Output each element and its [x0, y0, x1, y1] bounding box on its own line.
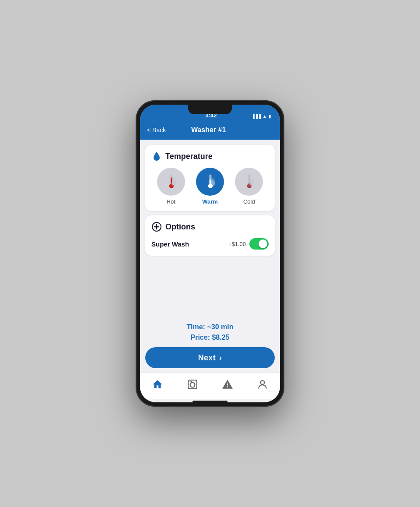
- option-super-wash-label: Super Wash: [151, 240, 189, 248]
- temp-option-warm[interactable]: Warm: [196, 168, 224, 205]
- time-price: Time: ~30 min Price: $8.25: [145, 322, 275, 343]
- tab-washer[interactable]: [180, 377, 205, 392]
- svg-point-17: [190, 381, 191, 382]
- nav-bar: < Back Washer #1: [140, 120, 280, 140]
- tab-alert[interactable]: [215, 377, 240, 392]
- phone-frame: 3:42 ▐▐▐ ▲ ▮ < Back Washer #1: [136, 100, 284, 407]
- temp-label-hot: Hot: [167, 198, 175, 205]
- options-card: Options Super Wash +$1.00: [145, 215, 275, 256]
- status-icons: ▐▐▐ ▲ ▮: [252, 114, 271, 119]
- next-button-label: Next: [198, 353, 216, 363]
- temp-option-hot[interactable]: Hot: [157, 168, 185, 205]
- toggle-knob: [259, 239, 267, 248]
- nav-title: Washer #1: [166, 126, 251, 134]
- temp-circle-hot: [157, 168, 185, 196]
- drop-icon: [151, 151, 162, 162]
- option-price: +$1.00: [228, 241, 246, 247]
- tab-bar: [140, 373, 280, 399]
- tab-profile[interactable]: [250, 377, 275, 392]
- signal-icon: ▐▐▐: [252, 114, 261, 119]
- temp-circle-warm: [196, 168, 224, 196]
- phone-wrapper: 3:42 ▐▐▐ ▲ ▮ < Back Washer #1: [136, 100, 284, 407]
- phone-screen: 3:42 ▐▐▐ ▲ ▮ < Back Washer #1: [140, 105, 280, 402]
- thermometer-warm-icon: [203, 173, 217, 190]
- temp-label-cold: Cold: [243, 198, 255, 205]
- tab-home[interactable]: [145, 377, 170, 392]
- svg-point-16: [190, 382, 195, 387]
- svg-point-19: [261, 380, 265, 384]
- option-price-toggle: +$1.00: [228, 238, 269, 250]
- options-header: Options: [151, 222, 269, 232]
- next-button[interactable]: Next ›: [145, 347, 275, 368]
- price-label: Price: $8.25: [145, 332, 275, 343]
- options-title: Options: [165, 222, 195, 232]
- profile-icon: [257, 379, 268, 390]
- chevron-right-icon: ›: [219, 353, 222, 363]
- alert-icon: [222, 379, 233, 390]
- option-row-super-wash: Super Wash +$1.00: [151, 238, 269, 250]
- phone-notch: [188, 105, 232, 114]
- home-icon: [152, 379, 163, 390]
- thermometer-cold-icon: [242, 173, 256, 190]
- temp-option-cold[interactable]: Cold: [235, 168, 263, 205]
- temp-circle-cold: [235, 168, 263, 196]
- plus-circle-icon: [151, 222, 162, 232]
- washer-icon: [187, 379, 198, 390]
- back-button[interactable]: < Back: [147, 127, 166, 134]
- home-bar: [192, 401, 228, 402]
- battery-icon: ▮: [269, 114, 271, 119]
- super-wash-toggle[interactable]: [249, 238, 269, 250]
- bottom-section: Time: ~30 min Price: $8.25 Next ›: [140, 317, 280, 373]
- content-area: Temperature: [140, 140, 280, 317]
- temperature-options: Hot: [151, 168, 269, 205]
- time-label: Time: ~30 min: [145, 322, 275, 332]
- svg-point-18: [191, 381, 192, 382]
- temperature-card: Temperature: [145, 145, 275, 211]
- thermometer-hot-icon: [164, 173, 178, 190]
- wifi-icon: ▲: [262, 114, 267, 119]
- temp-label-warm: Warm: [202, 198, 218, 205]
- temperature-title: Temperature: [165, 152, 213, 161]
- temperature-header: Temperature: [151, 151, 269, 162]
